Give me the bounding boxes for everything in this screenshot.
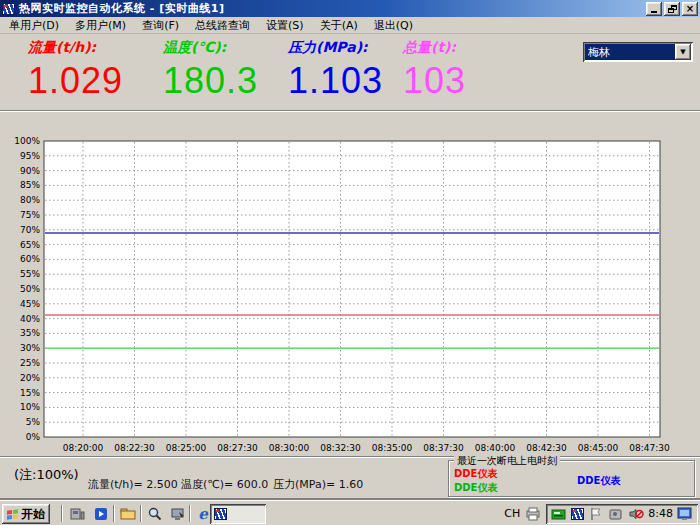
menu-bar: 单用户(D) 多用户(M) 查询(F) 总线路查询 设置(S) 关于(A) 退出… — [0, 17, 700, 34]
desktop-screen: 热网实时监控自动化系统 - [实时曲线1] × 单用户(D) 多用户(M) 查询… — [0, 0, 700, 525]
svg-text:45%: 45% — [20, 299, 40, 309]
separator — [0, 110, 700, 112]
temperature-label: 温度(℃): — [163, 39, 258, 57]
pressure-readout: 压力(MPa): 1.103 — [288, 39, 383, 101]
temperature-fullscale: 温度(℃)= 600.0 — [181, 477, 268, 492]
temperature-readout: 温度(℃): 180.3 — [163, 39, 258, 101]
clock[interactable]: 8:48 — [648, 507, 673, 520]
pressure-value: 1.103 — [288, 61, 383, 101]
svg-text:08:40:00: 08:40:00 — [475, 443, 516, 453]
total-value: 103 — [403, 61, 466, 101]
search-icon[interactable] — [144, 505, 166, 523]
svg-text:65%: 65% — [20, 240, 40, 250]
tray-icon-area: 8:48 — [546, 504, 698, 524]
power-event-groupbox: 最近一次断电上电时刻 DDE仪表 DDE仪表 DDE仪表 — [448, 460, 695, 497]
desktop-icon[interactable] — [167, 505, 189, 523]
dde-meter-pressure: DDE仪表 — [577, 474, 620, 488]
svg-text:70%: 70% — [20, 225, 40, 235]
menu-settings[interactable]: 设置(S) — [258, 16, 312, 35]
svg-text:08:45:00: 08:45:00 — [578, 443, 619, 453]
app-logo-icon — [2, 3, 15, 15]
total-label: 总量(t): — [403, 39, 466, 57]
app-logo-tray-icon[interactable] — [571, 508, 584, 520]
svg-text:08:35:00: 08:35:00 — [372, 443, 413, 453]
svg-text:08:42:30: 08:42:30 — [526, 443, 567, 453]
pressure-label: 压力(MPa): — [288, 39, 383, 57]
svg-text:08:47:30: 08:47:30 — [629, 443, 670, 453]
network-card-icon[interactable] — [551, 506, 567, 522]
menu-single-user[interactable]: 单用户(D) — [1, 16, 67, 35]
taskbar-separator — [113, 505, 115, 522]
window-title: 热网实时监控自动化系统 - [实时曲线1] — [19, 1, 224, 16]
svg-text:90%: 90% — [20, 166, 40, 176]
windows-logo-icon — [7, 509, 18, 520]
taskbar-separator — [189, 505, 191, 522]
svg-text:08:27:30: 08:27:30 — [217, 443, 258, 453]
svg-text:55%: 55% — [20, 269, 40, 279]
svg-text:08:32:30: 08:32:30 — [320, 443, 361, 453]
svg-text:08:30:00: 08:30:00 — [269, 443, 310, 453]
svg-text:50%: 50% — [20, 284, 40, 294]
station-selected-value: 梅林 — [585, 44, 675, 60]
system-tray: CH 8:48 — [504, 503, 698, 524]
task-button-monitoring-app[interactable] — [210, 504, 266, 524]
svg-text:30%: 30% — [20, 343, 40, 353]
svg-text:15%: 15% — [20, 388, 40, 398]
taskbar-separator — [140, 505, 142, 522]
svg-text:60%: 60% — [20, 254, 40, 264]
minimize-button[interactable] — [646, 2, 662, 16]
temperature-value: 180.3 — [163, 61, 258, 101]
svg-text:85%: 85% — [20, 180, 40, 190]
display-monitor-icon[interactable] — [677, 506, 693, 522]
window-controls: × — [646, 2, 698, 16]
app-logo-icon — [214, 508, 227, 520]
machine-tool-icon[interactable] — [66, 505, 88, 523]
dde-meter-flow: DDE仪表 — [454, 467, 497, 481]
device-icon[interactable] — [608, 506, 624, 522]
close-button[interactable]: × — [682, 2, 698, 16]
svg-text:40%: 40% — [20, 314, 40, 324]
svg-text:35%: 35% — [20, 328, 40, 338]
menu-busline-query[interactable]: 总线路查询 — [187, 16, 258, 35]
svg-text:08:20:00: 08:20:00 — [63, 443, 104, 453]
menu-multi-user[interactable]: 多用户(M) — [67, 16, 134, 35]
flow-readout: 流量(t/h): 1.029 — [28, 39, 123, 101]
flag-icon[interactable] — [588, 506, 604, 522]
svg-text:08:25:00: 08:25:00 — [166, 443, 207, 453]
total-readout: 总量(t): 103 — [403, 39, 466, 101]
svg-text:100%: 100% — [14, 136, 40, 146]
dde-meter-temperature: DDE仪表 — [454, 481, 497, 495]
flow-fullscale: 流量(t/h)= 2.500 — [88, 477, 178, 492]
taskbar-separator — [61, 505, 63, 522]
taskbar: 开始 e CH — [0, 500, 700, 525]
printer-icon[interactable] — [525, 506, 541, 522]
language-indicator[interactable]: CH — [504, 507, 520, 520]
svg-text:0%: 0% — [26, 432, 41, 442]
fullscale-note: (注:100%) — [14, 466, 79, 484]
folder-icon[interactable] — [117, 505, 139, 523]
pressure-fullscale: 压力(MPa)= 1.60 — [273, 477, 363, 492]
title-bar: 热网实时监控自动化系统 - [实时曲线1] × — [0, 0, 700, 17]
svg-text:08:22:30: 08:22:30 — [114, 443, 155, 453]
restore-button[interactable] — [664, 2, 680, 16]
svg-text:20%: 20% — [20, 373, 40, 383]
flow-value: 1.029 — [28, 61, 123, 101]
svg-text:25%: 25% — [20, 358, 40, 368]
start-button[interactable]: 开始 — [2, 504, 50, 524]
svg-text:10%: 10% — [20, 402, 40, 412]
svg-text:5%: 5% — [26, 417, 41, 427]
start-label: 开始 — [21, 506, 45, 523]
menu-exit[interactable]: 退出(Q) — [366, 16, 421, 35]
realtime-trend-chart: 100%95%90%85%80%75%70%65%60%55%50%45%40%… — [0, 133, 700, 457]
combobox-dropdown-arrow-icon[interactable]: ▼ — [675, 44, 691, 60]
station-combobox[interactable]: 梅林 ▼ — [583, 42, 693, 62]
flow-label: 流量(t/h): — [28, 39, 123, 57]
svg-text:95%: 95% — [20, 151, 40, 161]
svg-text:80%: 80% — [20, 195, 40, 205]
media-player-icon[interactable] — [90, 505, 112, 523]
menu-query[interactable]: 查询(F) — [134, 16, 187, 35]
svg-text:08:37:30: 08:37:30 — [423, 443, 464, 453]
volume-muted-icon[interactable] — [628, 506, 644, 522]
menu-about[interactable]: 关于(A) — [312, 16, 366, 35]
separator — [0, 456, 700, 458]
